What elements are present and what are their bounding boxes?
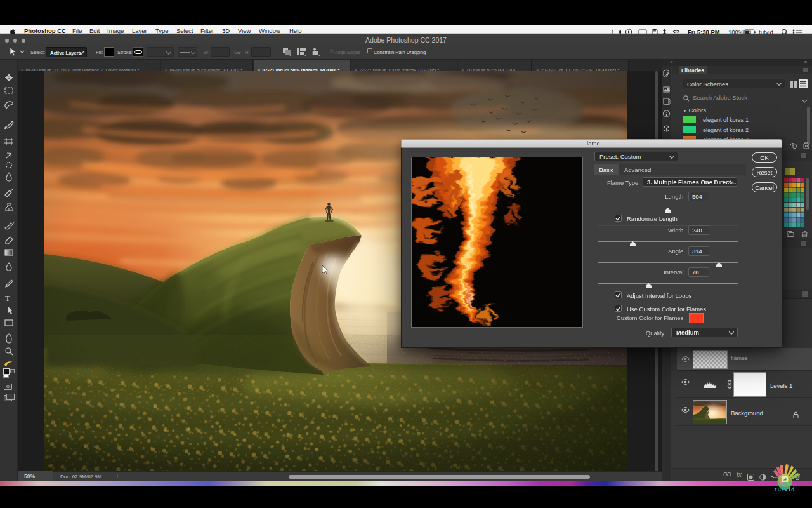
- svg-text:tutvid: tutvid: [774, 487, 794, 493]
- svg-text:T: T: [5, 293, 10, 303]
